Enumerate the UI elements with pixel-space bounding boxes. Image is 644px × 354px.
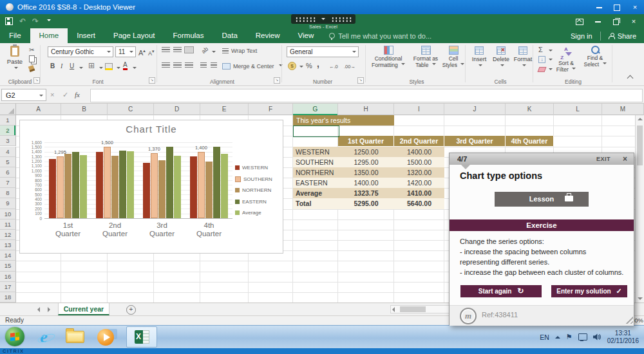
value-cell[interactable]: 1350.00 xyxy=(338,167,394,178)
column-header-B[interactable]: B xyxy=(61,104,108,115)
show-hidden-icons-button[interactable] xyxy=(555,336,560,339)
bar-northern-q1[interactable] xyxy=(64,154,71,218)
align-top-button[interactable] xyxy=(162,47,170,55)
redo-button[interactable]: ↷ xyxy=(32,17,39,26)
clock[interactable]: 13:31 02/11/2016 xyxy=(607,330,639,345)
column-header-H[interactable]: H xyxy=(338,104,394,115)
dialog-launcher[interactable]: ↘ xyxy=(33,77,40,84)
decrease-indent-button[interactable] xyxy=(200,62,207,70)
row-header-3[interactable]: 3 xyxy=(0,136,16,146)
cell-banner[interactable]: This year's results xyxy=(293,115,394,126)
row-header-4[interactable]: 4 xyxy=(0,147,16,157)
undo-button[interactable]: ↶ xyxy=(19,17,26,26)
row-header-13[interactable]: 13 xyxy=(0,240,16,250)
format-cells-button[interactable]: Format xyxy=(513,46,533,69)
font-size-select[interactable]: 11 xyxy=(115,46,136,57)
bar-eastern-q2[interactable] xyxy=(119,151,126,218)
percent-button[interactable]: % xyxy=(306,62,312,70)
tell-me-box[interactable]: Tell me what you want to do... xyxy=(323,28,431,43)
clear-button[interactable] xyxy=(538,66,545,74)
value-cell[interactable]: 1323.75 xyxy=(338,188,394,198)
taskbar-item-internet-explorer[interactable]: e xyxy=(30,326,58,348)
grow-font-button[interactable]: A▴ xyxy=(138,47,146,57)
action-center-flag-icon[interactable]: ⚑ xyxy=(566,333,573,341)
conditional-formatting-button[interactable]: Conditional Formatting xyxy=(368,46,408,68)
bar-average-q1[interactable] xyxy=(80,155,87,218)
row-label-average[interactable]: Average xyxy=(293,188,338,198)
borders-caret[interactable] xyxy=(99,67,103,71)
wrap-text-button[interactable]: Wrap Text xyxy=(222,47,257,55)
formula-input[interactable] xyxy=(90,89,643,102)
start-button[interactable] xyxy=(5,327,24,346)
horizontal-scrollbar[interactable] xyxy=(390,305,450,313)
value-cell[interactable]: 1295.00 xyxy=(338,157,394,167)
value-cell[interactable]: 1320.00 xyxy=(394,167,444,178)
number-format-select[interactable]: General xyxy=(287,46,359,57)
tab-formulas[interactable]: Formulas xyxy=(164,28,213,43)
comma-style-button[interactable]: , xyxy=(317,60,319,68)
increase-indent-button[interactable] xyxy=(211,62,217,70)
network-icon[interactable] xyxy=(578,333,587,340)
value-cell[interactable]: 1400.00 xyxy=(338,178,394,188)
format-painter-button[interactable] xyxy=(29,66,34,73)
tab-page-layout[interactable]: Page Layout xyxy=(104,28,164,43)
cancel-entry-icon[interactable]: × xyxy=(50,89,54,101)
legend-item-western[interactable]: WESTERN xyxy=(235,165,268,171)
value-cell[interactable]: 5295.00 xyxy=(338,198,394,209)
cut-button[interactable]: ✂ xyxy=(29,46,34,54)
decrease-decimal-button[interactable]: .00→ xyxy=(344,63,355,71)
find-select-button[interactable]: Find & Select xyxy=(581,46,609,68)
sort-filter-button[interactable]: AZ Sort & Filter xyxy=(553,46,580,73)
vertical-scrollbar[interactable] xyxy=(635,115,644,303)
value-cell[interactable]: 5640.00 xyxy=(394,198,444,209)
bar-northern-q2[interactable] xyxy=(111,156,118,218)
enter-solution-button[interactable]: Enter my solution ✓ xyxy=(551,285,627,297)
accounting-caret[interactable] xyxy=(299,66,303,70)
row-header-17[interactable]: 17 xyxy=(0,282,16,292)
panel-close-icon[interactable]: × xyxy=(623,153,627,165)
name-box[interactable]: G2 xyxy=(1,89,46,101)
share-button[interactable]: Share xyxy=(601,32,644,40)
maximize-button[interactable] xyxy=(608,0,626,14)
taskbar-item-excel[interactable]: X xyxy=(126,326,157,348)
row-header-9[interactable]: 9 xyxy=(0,198,16,209)
tab-insert[interactable]: Insert xyxy=(68,28,104,43)
row-header-2[interactable]: 2 xyxy=(0,126,16,136)
shrink-font-button[interactable]: A▾ xyxy=(148,48,155,57)
row-header-7[interactable]: 7 xyxy=(0,178,16,188)
row-header-16[interactable]: 16 xyxy=(0,272,16,282)
excel-close-button[interactable]: × xyxy=(625,14,643,28)
bar-eastern-q4[interactable] xyxy=(213,147,220,218)
column-header-M[interactable]: M xyxy=(602,104,644,115)
column-header-C[interactable]: C xyxy=(108,104,154,115)
bar-western-q1[interactable] xyxy=(49,159,56,218)
dialog-launcher[interactable]: ↘ xyxy=(274,77,280,84)
row-header-10[interactable]: 10 xyxy=(0,209,16,219)
value-cell[interactable]: 1500.00 xyxy=(394,157,444,167)
dialog-launcher[interactable]: ↘ xyxy=(357,77,364,84)
select-all-corner[interactable] xyxy=(0,104,16,115)
borders-button[interactable]: ⊞ xyxy=(88,62,95,70)
orientation-caret[interactable] xyxy=(212,51,216,55)
bar-southern-q1[interactable] xyxy=(57,156,64,218)
bar-average-q3[interactable] xyxy=(174,156,181,218)
row-header-8[interactable]: 8 xyxy=(0,188,16,198)
column-header-J[interactable]: J xyxy=(444,104,506,115)
row-label-western[interactable]: WESTERN xyxy=(293,147,338,157)
row-header-1[interactable]: 1 xyxy=(0,115,16,126)
citrix-toolbar-grip[interactable] xyxy=(291,14,355,24)
tab-view[interactable]: View xyxy=(289,28,323,43)
taskbar-item-file-explorer[interactable] xyxy=(61,326,89,348)
column-header-L[interactable]: L xyxy=(554,104,602,115)
sheet-tab-current-year[interactable]: Current year xyxy=(58,303,109,315)
tab-home[interactable]: Home xyxy=(30,28,68,43)
column-header-D[interactable]: D xyxy=(154,104,200,115)
row-header-6[interactable]: 6 xyxy=(0,167,16,178)
column-header-G[interactable]: G xyxy=(293,104,338,115)
next-sheet-button[interactable] xyxy=(48,307,50,312)
row-label-total[interactable]: Total xyxy=(293,198,338,209)
bold-button[interactable]: B xyxy=(50,62,55,70)
fill-color-button[interactable] xyxy=(105,63,113,72)
italic-button[interactable]: I xyxy=(61,62,62,70)
bar-average-q4[interactable] xyxy=(221,154,228,218)
